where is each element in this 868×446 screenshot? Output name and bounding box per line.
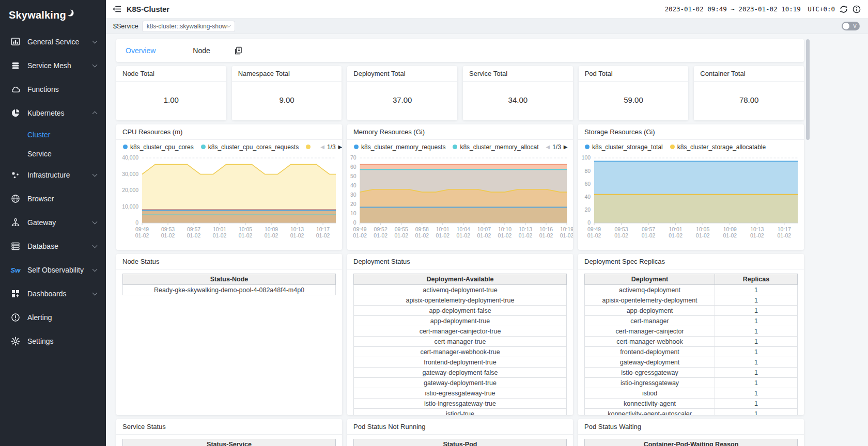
legend-next-icon[interactable]: ▶ bbox=[564, 144, 568, 150]
sidebar-item-cluster[interactable]: Cluster bbox=[0, 125, 106, 144]
table-cell: 1 bbox=[715, 399, 798, 409]
sidebar-item-infrastructure[interactable]: Infrastructure bbox=[0, 163, 106, 187]
legend-item-k8s-cluster-cpu-cores[interactable]: k8s_cluster_cpu_cores bbox=[123, 144, 194, 151]
sidebar-item-kubernetes[interactable]: Kubernetes bbox=[0, 101, 106, 125]
service-select[interactable]: k8s-cluster::skywalking-showca bbox=[142, 21, 235, 32]
svg-text:80: 80 bbox=[584, 168, 591, 174]
memory-resources-gi-panel: Memory Resources (Gi)k8s_cluster_memory_… bbox=[347, 124, 573, 250]
legend-item-k8s-cluster-cpu-cores-requests[interactable]: k8s_cluster_cpu_cores_requests bbox=[201, 144, 299, 151]
table-cell: 1 bbox=[715, 357, 798, 368]
memory-resources-gi-chart[interactable]: 01020304050607009:4901-0209:5201-0209:55… bbox=[347, 154, 573, 250]
table-cell: cert-manager-cainjector bbox=[585, 326, 715, 337]
table-header: Deployment bbox=[585, 274, 715, 285]
metric-card-namespace-total: Namespace Total9.00 bbox=[232, 66, 342, 120]
chart-legend: k8s_cluster_memory_requestsk8s_cluster_m… bbox=[347, 140, 573, 154]
table-row: frontend-deployment-true bbox=[354, 357, 567, 368]
sidebar-item-general-service[interactable]: General Service bbox=[0, 30, 106, 54]
table-row: apisix-opentelemetry-deployment1 bbox=[585, 295, 798, 306]
sidebar-item-label: Database bbox=[27, 242, 93, 250]
table-cell: cert-manager-cainjector-true bbox=[354, 326, 567, 337]
sidebar-item-label: General Service bbox=[27, 38, 93, 46]
sidebar-item-self-observability[interactable]: SwSelf Observability bbox=[0, 258, 106, 282]
legend-item-k8s-cluster-storage-total[interactable]: k8s_cluster_storage_total bbox=[585, 144, 663, 151]
table-row: istio-egressgateway1 bbox=[585, 368, 798, 378]
sidebar-item-alerting[interactable]: Alerting bbox=[0, 306, 106, 329]
chevron-down-icon bbox=[92, 219, 98, 225]
svg-text:09:49: 09:49 bbox=[135, 227, 149, 232]
svg-text:10:13: 10:13 bbox=[519, 227, 532, 232]
app-logo[interactable]: Skywalking bbox=[0, 0, 106, 30]
legend-item-k8s-cluster-memory-allocat[interactable]: k8s_cluster_memory_allocat bbox=[453, 144, 538, 151]
table-row: frontend-deployment1 bbox=[585, 347, 798, 357]
sidebar-item-database[interactable]: Database bbox=[0, 234, 106, 258]
table-cell: 1 bbox=[715, 378, 798, 388]
table-cell: activemq-deployment bbox=[585, 285, 715, 295]
page-title: K8S-Cluster bbox=[127, 5, 169, 13]
sidebar-item-gateway[interactable]: Gateway bbox=[0, 211, 106, 234]
svg-text:01-02: 01-02 bbox=[374, 233, 388, 238]
svg-text:10,000: 10,000 bbox=[122, 204, 138, 210]
info-icon[interactable] bbox=[853, 5, 861, 13]
dashboard-config-icon[interactable] bbox=[234, 46, 242, 55]
cpu-resources-m-chart[interactable]: 010,00020,00030,00040,00009:4901-0209:53… bbox=[116, 154, 342, 250]
table-row: istio-egressgateway-true bbox=[354, 388, 567, 399]
tab-node[interactable]: Node bbox=[193, 46, 210, 55]
table-header: Deployment-Available bbox=[354, 274, 567, 285]
scrollbar-thumb[interactable] bbox=[806, 39, 810, 140]
legend-item-k8s-cluster-memory-requests[interactable]: k8s_cluster_memory_requests bbox=[354, 144, 445, 151]
page-header: K8S-Cluster 2023-01-02 09:49 ~ 2023-01-0… bbox=[106, 0, 868, 19]
app-root: Skywalking General ServiceService MeshFu… bbox=[0, 0, 868, 446]
table-row: istio-ingressgateway-true bbox=[354, 399, 567, 409]
table-row: app-deployment-true bbox=[354, 316, 567, 326]
sidebar-item-service-mesh[interactable]: Service Mesh bbox=[0, 54, 106, 77]
panel-title: Pod Status Not Running bbox=[347, 419, 573, 435]
svg-text:10:01: 10:01 bbox=[213, 227, 226, 232]
table-row: cert-manager1 bbox=[585, 316, 798, 326]
sidebar-item-dashboards[interactable]: Dashboards bbox=[0, 282, 106, 306]
database-icon bbox=[10, 241, 21, 251]
svg-text:10:01: 10:01 bbox=[436, 227, 450, 232]
collapse-sidebar-icon[interactable] bbox=[110, 3, 123, 16]
storage-resources-gi-chart[interactable]: 02040608010009:4901-0209:5301-0209:5701-… bbox=[578, 154, 804, 250]
legend-dot bbox=[453, 145, 457, 149]
legend-prev-icon[interactable]: ◀ bbox=[320, 144, 324, 150]
svg-text:01-02: 01-02 bbox=[415, 233, 429, 238]
legend-item-k8s-cluster-storage-allocatable[interactable]: k8s_cluster_storage_allocatable bbox=[670, 144, 766, 151]
pod-status-not-running-panel: Pod Status Not RunningStatus-Pod bbox=[347, 419, 573, 446]
tab-overview[interactable]: Overview bbox=[126, 46, 156, 55]
table-row: gateway-deployment-true bbox=[354, 378, 567, 388]
sidebar-item-service[interactable]: Service bbox=[0, 144, 106, 163]
service-status-panel: Service StatusStatus-Service bbox=[116, 419, 342, 446]
svg-text:100: 100 bbox=[582, 155, 591, 161]
sidebar-item-settings[interactable]: Settings bbox=[0, 329, 106, 353]
sidebar-item-functions[interactable]: Functions bbox=[0, 77, 106, 101]
table-cell: cert-manager-true bbox=[354, 337, 567, 347]
svg-text:10:13: 10:13 bbox=[750, 227, 764, 232]
table-cell: cert-manager-webhook bbox=[585, 337, 715, 347]
chevron-down-icon bbox=[92, 62, 98, 68]
table-row: activemq-deployment1 bbox=[585, 285, 798, 295]
refresh-icon[interactable] bbox=[840, 5, 848, 13]
panel-title: Deployment Spec Replicas bbox=[578, 254, 804, 269]
metric-card-service-total: Service Total34.00 bbox=[463, 66, 573, 120]
legend-prev-icon[interactable]: ◀ bbox=[546, 144, 550, 150]
table-cell: 1 bbox=[715, 316, 798, 326]
metric-card-value: 34.00 bbox=[463, 82, 573, 118]
time-range-picker[interactable]: 2023-01-02 09:49 ~ 2023-01-02 10:19 UTC+… bbox=[664, 5, 835, 13]
version-toggle[interactable]: V bbox=[842, 22, 860, 30]
filter-bar: $Service k8s-cluster::skywalking-showca … bbox=[106, 19, 868, 34]
table-cell: frontend-deployment bbox=[585, 347, 715, 357]
svg-text:20,000: 20,000 bbox=[122, 187, 138, 193]
logo-crescent-icon bbox=[67, 9, 74, 17]
svg-text:01-02: 01-02 bbox=[477, 233, 491, 238]
cloud-icon bbox=[10, 84, 21, 94]
svg-text:01-02: 01-02 bbox=[290, 233, 304, 238]
svg-text:01-02: 01-02 bbox=[750, 233, 764, 238]
metric-card-title: Pod Total bbox=[579, 66, 689, 82]
svg-text:10:10: 10:10 bbox=[498, 227, 512, 232]
deployment-spec-replicas-table: DeploymentReplicasactivemq-deployment1ap… bbox=[584, 274, 798, 415]
sidebar-item-browser[interactable]: Browser bbox=[0, 187, 106, 211]
svg-text:10:13: 10:13 bbox=[290, 227, 304, 232]
legend-item-more[interactable] bbox=[306, 145, 313, 149]
legend-next-icon[interactable]: ▶ bbox=[338, 144, 342, 150]
